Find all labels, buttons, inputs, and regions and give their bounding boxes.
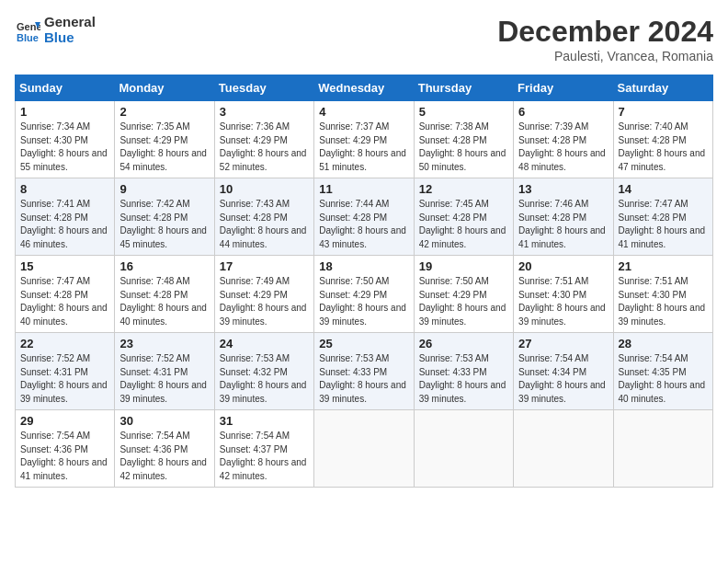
day-number: 16 [119,259,209,273]
calendar-cell: 14Sunrise: 7:47 AMSunset: 4:28 PMDayligh… [613,178,712,256]
day-detail: Sunrise: 7:53 AMSunset: 4:32 PMDaylight:… [220,352,309,406]
day-number: 19 [419,259,508,273]
day-detail: Sunrise: 7:42 AMSunset: 4:28 PMDaylight:… [119,198,209,251]
logo-line1: General [44,15,96,30]
day-detail: Sunrise: 7:53 AMSunset: 4:33 PMDaylight:… [419,352,508,406]
day-number: 29 [20,414,109,428]
calendar-cell: 9Sunrise: 7:42 AMSunset: 4:28 PMDaylight… [115,178,214,256]
calendar-cell: 28Sunrise: 7:54 AMSunset: 4:35 PMDayligh… [613,333,712,410]
calendar-cell: 20Sunrise: 7:51 AMSunset: 4:30 PMDayligh… [514,256,613,333]
calendar-cell [514,410,613,488]
day-number: 28 [619,337,708,350]
day-detail: Sunrise: 7:37 AMSunset: 4:29 PMDaylight:… [319,121,408,174]
day-detail: Sunrise: 7:50 AMSunset: 4:29 PMDaylight:… [319,275,408,328]
day-detail: Sunrise: 7:41 AMSunset: 4:28 PMDaylight:… [20,198,109,251]
calendar-cell: 16Sunrise: 7:48 AMSunset: 4:28 PMDayligh… [115,256,214,333]
calendar-cell: 12Sunrise: 7:45 AMSunset: 4:28 PMDayligh… [414,178,513,256]
day-detail: Sunrise: 7:54 AMSunset: 4:36 PMDaylight:… [119,430,209,483]
weekday-header-row: SundayMondayTuesdayWednesdayThursdayFrid… [16,75,713,101]
day-number: 5 [419,105,508,119]
day-number: 1 [20,105,109,119]
day-number: 31 [220,414,309,428]
weekday-header-sunday: Sunday [16,75,115,101]
calendar-cell: 10Sunrise: 7:43 AMSunset: 4:28 PMDayligh… [214,178,313,256]
day-number: 21 [619,259,708,273]
day-detail: Sunrise: 7:54 AMSunset: 4:37 PMDaylight:… [220,430,309,483]
calendar-cell: 30Sunrise: 7:54 AMSunset: 4:36 PMDayligh… [115,410,214,488]
calendar-table: SundayMondayTuesdayWednesdayThursdayFrid… [15,75,713,488]
day-number: 25 [319,337,408,350]
day-number: 30 [119,414,209,428]
day-detail: Sunrise: 7:54 AMSunset: 4:35 PMDaylight:… [619,352,708,406]
day-detail: Sunrise: 7:54 AMSunset: 4:34 PMDaylight:… [518,352,608,406]
day-number: 18 [319,259,408,273]
calendar-cell: 15Sunrise: 7:47 AMSunset: 4:28 PMDayligh… [16,256,115,333]
calendar-cell: 5Sunrise: 7:38 AMSunset: 4:28 PMDaylight… [414,101,513,178]
month-title: December 2024 [497,15,713,49]
calendar-cell [314,410,414,488]
day-detail: Sunrise: 7:51 AMSunset: 4:30 PMDaylight:… [619,275,708,328]
calendar-cell: 18Sunrise: 7:50 AMSunset: 4:29 PMDayligh… [314,256,414,333]
day-detail: Sunrise: 7:51 AMSunset: 4:30 PMDaylight:… [518,275,608,328]
day-detail: Sunrise: 7:50 AMSunset: 4:29 PMDaylight:… [419,275,508,328]
calendar-cell: 21Sunrise: 7:51 AMSunset: 4:30 PMDayligh… [613,256,712,333]
calendar-week-row: 1Sunrise: 7:34 AMSunset: 4:30 PMDaylight… [16,101,713,178]
day-detail: Sunrise: 7:35 AMSunset: 4:29 PMDaylight:… [119,121,209,174]
svg-text:Blue: Blue [17,32,39,43]
calendar-cell: 7Sunrise: 7:40 AMSunset: 4:28 PMDaylight… [613,101,712,178]
calendar-cell: 17Sunrise: 7:49 AMSunset: 4:29 PMDayligh… [214,256,313,333]
day-number: 13 [518,182,608,196]
calendar-cell: 22Sunrise: 7:52 AMSunset: 4:31 PMDayligh… [16,333,115,410]
calendar-week-row: 22Sunrise: 7:52 AMSunset: 4:31 PMDayligh… [16,333,713,410]
calendar-cell [613,410,712,488]
day-number: 17 [220,259,309,273]
calendar-cell: 23Sunrise: 7:52 AMSunset: 4:31 PMDayligh… [115,333,214,410]
day-detail: Sunrise: 7:47 AMSunset: 4:28 PMDaylight:… [20,275,109,328]
day-detail: Sunrise: 7:52 AMSunset: 4:31 PMDaylight:… [119,352,209,406]
logo-icon: General Blue [15,17,40,43]
day-number: 12 [419,182,508,196]
day-number: 15 [20,259,109,273]
calendar-cell: 4Sunrise: 7:37 AMSunset: 4:29 PMDaylight… [314,101,414,178]
calendar-cell: 6Sunrise: 7:39 AMSunset: 4:28 PMDaylight… [514,101,613,178]
day-number: 4 [319,105,408,119]
day-detail: Sunrise: 7:49 AMSunset: 4:29 PMDaylight:… [220,275,309,328]
day-detail: Sunrise: 7:52 AMSunset: 4:31 PMDaylight:… [20,352,109,406]
calendar-cell: 25Sunrise: 7:53 AMSunset: 4:33 PMDayligh… [314,333,414,410]
day-detail: Sunrise: 7:47 AMSunset: 4:28 PMDaylight:… [619,198,708,251]
calendar-cell: 19Sunrise: 7:50 AMSunset: 4:29 PMDayligh… [414,256,513,333]
day-detail: Sunrise: 7:45 AMSunset: 4:28 PMDaylight:… [419,198,508,251]
calendar-cell: 11Sunrise: 7:44 AMSunset: 4:28 PMDayligh… [314,178,414,256]
weekday-header-wednesday: Wednesday [314,75,414,101]
day-detail: Sunrise: 7:48 AMSunset: 4:28 PMDaylight:… [119,275,209,328]
weekday-header-friday: Friday [514,75,613,101]
calendar-cell: 27Sunrise: 7:54 AMSunset: 4:34 PMDayligh… [514,333,613,410]
day-number: 20 [518,259,608,273]
calendar-cell: 26Sunrise: 7:53 AMSunset: 4:33 PMDayligh… [414,333,513,410]
day-number: 9 [119,182,209,196]
day-number: 26 [419,337,508,350]
calendar-cell: 29Sunrise: 7:54 AMSunset: 4:36 PMDayligh… [16,410,115,488]
day-detail: Sunrise: 7:43 AMSunset: 4:28 PMDaylight:… [220,198,309,251]
day-detail: Sunrise: 7:34 AMSunset: 4:30 PMDaylight:… [20,121,109,174]
day-detail: Sunrise: 7:44 AMSunset: 4:28 PMDaylight:… [319,198,408,251]
day-number: 14 [619,182,708,196]
calendar-week-row: 15Sunrise: 7:47 AMSunset: 4:28 PMDayligh… [16,256,713,333]
calendar-cell: 24Sunrise: 7:53 AMSunset: 4:32 PMDayligh… [214,333,313,410]
logo-line2: Blue [44,30,96,46]
day-detail: Sunrise: 7:53 AMSunset: 4:33 PMDaylight:… [319,352,408,406]
weekday-header-saturday: Saturday [613,75,712,101]
day-number: 3 [220,105,309,119]
calendar-week-row: 29Sunrise: 7:54 AMSunset: 4:36 PMDayligh… [16,410,713,488]
day-detail: Sunrise: 7:39 AMSunset: 4:28 PMDaylight:… [518,121,608,174]
calendar-cell: 13Sunrise: 7:46 AMSunset: 4:28 PMDayligh… [514,178,613,256]
location: Paulesti, Vrancea, Romania [497,49,713,63]
day-number: 27 [518,337,608,350]
day-number: 11 [319,182,408,196]
weekday-header-tuesday: Tuesday [214,75,313,101]
calendar-cell: 3Sunrise: 7:36 AMSunset: 4:29 PMDaylight… [214,101,313,178]
weekday-header-thursday: Thursday [414,75,513,101]
calendar-cell: 31Sunrise: 7:54 AMSunset: 4:37 PMDayligh… [214,410,313,488]
title-section: December 2024 Paulesti, Vrancea, Romania [497,15,713,63]
weekday-header-monday: Monday [115,75,214,101]
